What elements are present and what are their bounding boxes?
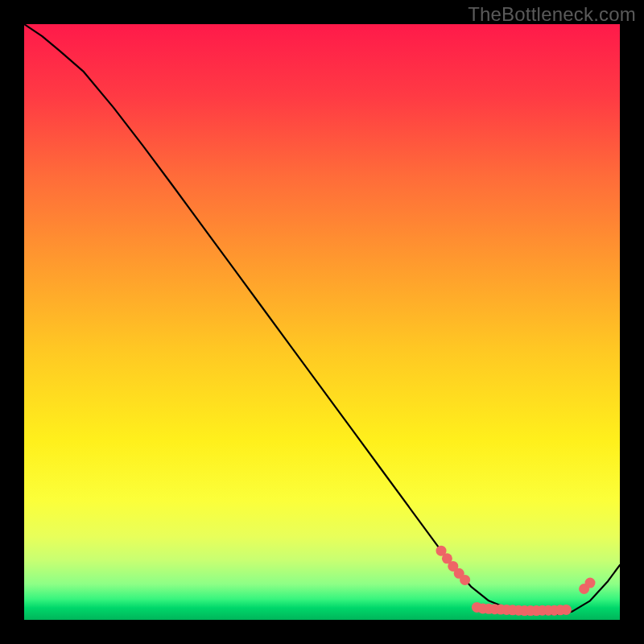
data-marker	[585, 578, 596, 588]
data-marker	[460, 575, 470, 585]
chart-svg	[24, 24, 620, 620]
chart-frame: TheBottleneck.com	[0, 0, 644, 644]
watermark-text: TheBottleneck.com	[468, 3, 636, 26]
plot-area	[24, 24, 620, 620]
gradient-background	[24, 24, 620, 620]
data-marker	[561, 605, 572, 615]
